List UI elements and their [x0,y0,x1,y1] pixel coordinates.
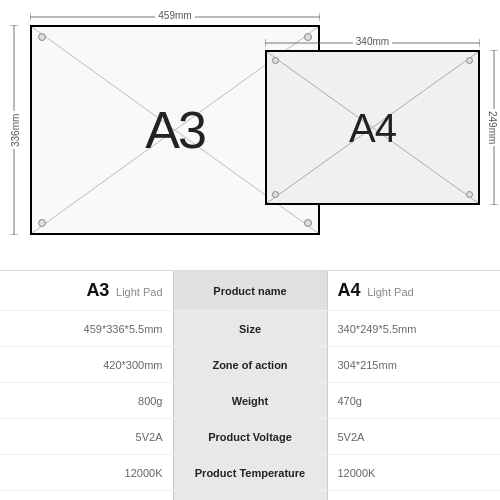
diagram-area: 459mm 336mm A3 340mm [0,0,500,270]
dim-height-a3-label: 336mm [10,111,21,148]
screw-a4-tl [272,57,279,64]
col-center-temp: Product Temperature [173,455,328,490]
col-center-power: Power [173,491,328,500]
specs-row-size: 459*336*5.5mm Size 340*249*5.5mm [0,311,500,347]
a4-header: A4 Light Pad [328,280,501,301]
specs-header-row: A3 Light Pad Product name A4 Light Pad [0,271,500,311]
screw-a3-bl [38,219,46,227]
a3-header: A3 Light Pad [0,280,173,301]
pad-a3-label: A3 [145,100,205,160]
pad-a4-label: A4 [349,105,396,150]
specs-table: A3 Light Pad Product name A4 Light Pad 4… [0,270,500,500]
col-center-weight: Weight [173,383,328,418]
col-center-header: Product name [173,271,328,310]
a3-type-label: Light Pad [116,286,162,298]
screw-a4-br [466,191,473,198]
a4-model-label: A4 [338,280,361,300]
a4-type-label: Light Pad [367,286,413,298]
col-center-size: Size [173,311,328,346]
col-center-zone: Zone of action [173,347,328,382]
a3-weight: 800g [0,395,173,407]
dim-width-a4-label: 340mm [353,36,392,47]
a4-size: 340*249*5.5mm [328,323,501,335]
dim-width-a3-label: 459mm [155,10,194,21]
a4-zone: 304*215mm [328,359,501,371]
specs-row-power: 11W Power 7.2W [0,491,500,500]
a3-voltage: 5V2A [0,431,173,443]
a4-weight: 470g [328,395,501,407]
a4-temp: 12000K [328,467,501,479]
dim-height-a4: 249mm [487,50,498,205]
specs-row-temp: 12000K Product Temperature 12000K [0,455,500,491]
specs-row-zone: 420*300mm Zone of action 304*215mm [0,347,500,383]
specs-row-voltage: 5V2A Product Voltage 5V2A [0,419,500,455]
a3-size: 459*336*5.5mm [0,323,173,335]
specs-row-weight: 800g Weight 470g [0,383,500,419]
a4-voltage: 5V2A [328,431,501,443]
a3-zone: 420*300mm [0,359,173,371]
a3-temp: 12000K [0,467,173,479]
dim-height-a3: 336mm [10,25,21,235]
screw-a3-br [304,219,312,227]
screw-a4-tr [466,57,473,64]
dim-width-a3: 459mm [30,10,320,21]
screw-a3-tl [38,33,46,41]
dim-width-a4: 340mm [265,36,480,47]
pad-a4: A4 [265,50,480,205]
col-center-voltage: Product Voltage [173,419,328,454]
a3-model-label: A3 [86,280,109,300]
dim-height-a4-label: 249mm [487,109,498,146]
screw-a4-bl [272,191,279,198]
